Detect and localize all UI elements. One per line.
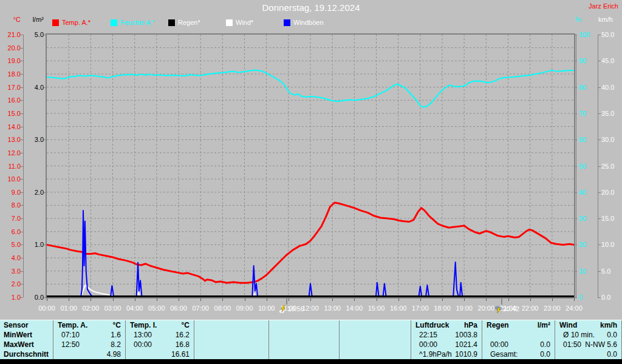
table-row: Ø 10 min.0.0 xyxy=(555,330,621,340)
cell-time: 00:00 xyxy=(126,340,152,349)
legend-swatch-3 xyxy=(168,19,175,26)
temp-axis-tick xyxy=(20,100,23,101)
x-axis-tick-label: 23:00 xyxy=(544,305,561,312)
x-axis-tick-label: 22:00 xyxy=(522,305,539,312)
legend-item-2: Feuchte A.* xyxy=(111,19,155,26)
cell-value: 1021.4 xyxy=(455,340,482,349)
x-axis-tick xyxy=(157,298,157,301)
humidity-axis-tick-label: 60 xyxy=(579,136,597,143)
temp-axis-tick xyxy=(20,48,23,49)
x-axis-tick xyxy=(69,298,69,301)
table-col-rowlabels: SensorMinWertMaxWertDurchschnitt xyxy=(0,320,53,360)
temp-axis-tick-label: 18.0 xyxy=(0,70,21,78)
table-col-regen: Regenl/m²00:000.0Gesamt:0.0 xyxy=(482,320,555,360)
table-row: 00:001021.4 xyxy=(411,340,482,349)
table-col-header: Temp. A.°C xyxy=(53,320,125,330)
x-axis-tick xyxy=(464,298,465,301)
x-axis-tick xyxy=(420,298,421,301)
table-row: 00:0016.8 xyxy=(126,340,194,349)
temp-axis-tick-label: 15.0 xyxy=(0,110,21,117)
temp-axis-tick xyxy=(20,153,23,153)
x-axis-tick xyxy=(508,298,509,301)
temp-axis-tick-label: 11.0 xyxy=(0,163,21,170)
cell-time: Wind xyxy=(555,320,577,330)
legend-item-3: Regen* xyxy=(168,19,200,26)
cell-time: Temp. A. xyxy=(53,320,87,330)
cell-time: Regen xyxy=(482,320,509,330)
cell-time: 00:00 xyxy=(411,340,437,349)
temp-axis-unit: °C xyxy=(0,16,21,23)
temp-axis-tick-label: 1.0 xyxy=(0,294,21,301)
table-col-empty xyxy=(194,320,269,360)
x-axis-tick-label: 09:00 xyxy=(236,305,253,312)
humidity-axis-tick-label: 20 xyxy=(579,241,597,248)
cell-time xyxy=(126,349,134,359)
cell-time: 12:50 xyxy=(53,340,80,349)
x-axis-tick xyxy=(530,298,531,301)
temp-axis-tick xyxy=(20,61,23,61)
x-axis-tick-label: 15:00 xyxy=(368,305,385,312)
x-axis-tick-label: 10:00 xyxy=(258,305,275,312)
x-axis-tick xyxy=(332,298,333,301)
wind-axis-tick xyxy=(598,271,601,272)
temp-axis-tick-label: 19.0 xyxy=(0,57,21,64)
page-title: Donnerstag, 19.12.2024 xyxy=(0,2,622,13)
x-axis-tick-label: 08:00 xyxy=(214,305,231,312)
temp-axis-tick xyxy=(20,87,23,88)
cell-time: 13:00 xyxy=(126,330,152,340)
station-owner-label: Jarz Erich xyxy=(589,2,618,10)
table-row-label: MaxWert xyxy=(0,340,53,349)
wind-axis-tick-label: 0.0 xyxy=(601,294,622,301)
x-axis-tick xyxy=(91,298,91,301)
temp-axis-tick-label: 9.0 xyxy=(0,189,21,196)
cell-time: Luftdruck xyxy=(411,320,449,330)
table-row: 0.0 xyxy=(555,349,621,359)
cell-time: 07:10 xyxy=(53,330,80,340)
x-axis-tick xyxy=(354,298,355,301)
cell-value: 8.2 xyxy=(111,340,125,349)
cell-value: 0.0 xyxy=(607,349,621,359)
legend-item-1: Temp. A.* xyxy=(52,19,91,26)
x-axis-tick-label: 20:00 xyxy=(478,305,495,312)
weather-station-screen: Donnerstag, 19.12.2024 Jarz Erich Temp. … xyxy=(0,0,622,364)
cell-time: ^1.9hPa/h xyxy=(411,349,452,359)
wind-axis-tick-label: 15.0 xyxy=(601,215,622,222)
table-row: 4.98 xyxy=(53,349,125,359)
table-row: ^1.9hPa/h1010.9 xyxy=(411,349,482,359)
table-col-header: LuftdruckhPa xyxy=(411,320,482,330)
temp-axis-tick xyxy=(20,284,23,285)
temp-axis-tick xyxy=(20,205,23,206)
x-axis-tick-label: 03:00 xyxy=(104,305,121,312)
temp-axis-tick-label: 20.0 xyxy=(0,44,21,52)
cell-time: Temp. I. xyxy=(126,320,157,330)
temp-axis-tick-label: 21.0 xyxy=(0,31,21,38)
cell-time xyxy=(555,349,563,359)
cell-value: hPa xyxy=(464,320,482,330)
humidity-axis-unit: % xyxy=(575,16,593,23)
rain-axis-tick-label: 0.0 xyxy=(24,294,44,301)
cell-value: °C xyxy=(113,320,125,330)
table-row: 07:101.6 xyxy=(53,330,125,340)
wind-axis-tick xyxy=(598,297,601,298)
cell-time xyxy=(53,349,61,359)
x-axis-tick xyxy=(135,298,135,301)
temp-axis-tick-label: 17.0 xyxy=(0,84,21,91)
cell-value: °C xyxy=(182,320,194,330)
marker-tick xyxy=(501,298,502,305)
bottom-bar xyxy=(0,359,622,364)
x-axis-tick xyxy=(47,298,47,301)
x-axis-tick xyxy=(289,298,289,301)
marker-time-label: 10:56 xyxy=(287,305,304,312)
x-axis-tick xyxy=(113,298,114,301)
cell-value: 16.8 xyxy=(176,340,194,349)
humidity-axis-tick-label: 80 xyxy=(579,84,597,91)
x-axis-tick-label: 17:00 xyxy=(412,305,429,312)
chart-svg xyxy=(47,35,574,297)
x-axis-tick-label: 00:00 xyxy=(38,305,55,312)
temp-axis-tick xyxy=(20,179,23,180)
cell-value: 0.0 xyxy=(540,340,555,349)
wind-axis-tick-label: 5.0 xyxy=(601,268,622,275)
humidity-axis-tick-label: 0 xyxy=(579,294,597,301)
wind-axis-tick-label: 45.0 xyxy=(601,57,622,64)
temp-axis-tick-label: 8.0 xyxy=(0,201,21,209)
